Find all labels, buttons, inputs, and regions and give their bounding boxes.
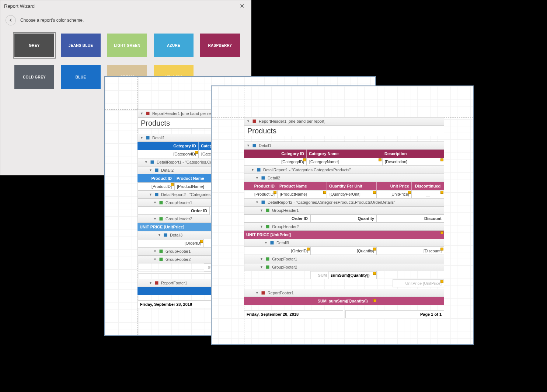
color-swatch-cold-grey[interactable]: COLD GREY: [14, 65, 54, 89]
smart-tag-icon[interactable]: [373, 299, 376, 302]
collapse-icon[interactable]: ▼: [153, 217, 157, 221]
band-detailreport2[interactable]: ▼ DetailReport2 - "Categories.Categories…: [244, 198, 444, 206]
collapse-icon[interactable]: ▼: [255, 291, 259, 295]
color-swatch-grey[interactable]: GREY: [14, 34, 54, 57]
cell-category-id[interactable]: [CategoryID]: [137, 150, 199, 158]
cell-product-id[interactable]: [ProductID]: [244, 190, 277, 198]
collapse-icon[interactable]: ▼: [153, 201, 157, 204]
col-product-disc[interactable]: Discontinued: [412, 182, 444, 190]
smart-tag-icon[interactable]: [408, 191, 411, 194]
collapse-icon[interactable]: ▼: [260, 225, 263, 228]
collapse-icon[interactable]: ▼: [251, 168, 254, 172]
col-product-id[interactable]: Product ID: [137, 174, 174, 182]
band-reportfooter[interactable]: ▼ ReportFooter1: [244, 289, 444, 297]
smart-tag-icon[interactable]: [373, 272, 376, 275]
color-swatch-jeans-blue[interactable]: JEANS BLUE: [61, 34, 101, 57]
col-category-desc[interactable]: Description: [382, 150, 444, 158]
collapse-icon[interactable]: ▼: [140, 112, 143, 115]
band-detail1[interactable]: ▼ Detail1: [244, 141, 444, 150]
col-order-id[interactable]: Order ID: [137, 207, 210, 215]
collapse-icon[interactable]: ▼: [260, 209, 263, 212]
smart-tag-icon[interactable]: [440, 191, 443, 194]
col-category-id[interactable]: Category ID: [244, 150, 307, 158]
band-groupfooter2[interactable]: ▼ GroupFooter2: [244, 263, 444, 271]
footer-sum-bar[interactable]: SUM sumSum([Quantity]): [244, 297, 444, 305]
smart-tag-icon[interactable]: [379, 158, 381, 161]
band-report-header[interactable]: ▼ ReportHeader1 [one band per report]: [244, 117, 444, 125]
cell-order-id[interactable]: [OrderID]: [244, 247, 310, 255]
collapse-icon[interactable]: ▼: [149, 281, 152, 285]
col-order-qty[interactable]: Quantity: [310, 214, 377, 223]
color-swatch-light-green[interactable]: LIGHT GREEN: [107, 34, 147, 57]
collapse-icon[interactable]: ▼: [144, 160, 148, 164]
col-category-name[interactable]: Category Name: [307, 150, 382, 158]
svg-rect-1: [146, 136, 149, 140]
collapse-icon[interactable]: ▼: [260, 257, 263, 261]
collapse-icon[interactable]: ▼: [149, 168, 152, 172]
col-order-discount[interactable]: Discount: [377, 214, 444, 223]
smart-tag-icon[interactable]: [440, 280, 443, 283]
cell-product-disc[interactable]: [412, 190, 444, 198]
detail-icon: [261, 176, 265, 180]
col-product-price[interactable]: Unit Price: [377, 182, 412, 190]
cell-category-name[interactable]: [CategoryName]: [307, 158, 382, 166]
color-swatch-raspberry[interactable]: RASPBERRY: [200, 34, 240, 57]
collapse-icon[interactable]: ▼: [264, 241, 268, 245]
cell-order-id[interactable]: [OrderID]: [137, 239, 204, 247]
footer-date[interactable]: Friday, September 28, 2018: [244, 310, 343, 318]
smart-tag-icon[interactable]: [373, 191, 376, 194]
smart-tag-icon[interactable]: [440, 231, 443, 234]
report-title[interactable]: Products: [244, 125, 444, 136]
close-icon[interactable]: ✕: [236, 3, 247, 10]
collapse-icon[interactable]: ▼: [247, 144, 250, 147]
smart-tag-icon[interactable]: [303, 158, 306, 161]
back-button[interactable]: [6, 15, 16, 25]
band-groupheader1[interactable]: ▼ GroupHeader1: [244, 206, 444, 214]
cell-category-id[interactable]: [CategoryID]: [244, 158, 307, 166]
collapse-icon[interactable]: ▼: [158, 233, 161, 237]
checkbox-icon[interactable]: [426, 192, 430, 196]
smart-tag-icon[interactable]: [373, 248, 376, 251]
cell-order-qty[interactable]: [Quantity]: [310, 247, 377, 255]
band-groupfooter1[interactable]: ▼ GroupFooter1: [244, 255, 444, 263]
band-groupheader2[interactable]: ▼ GroupHeader2: [244, 223, 444, 231]
collapse-icon[interactable]: ▼: [140, 136, 143, 140]
collapse-icon[interactable]: ▼: [149, 193, 152, 196]
collapse-icon[interactable]: ▼: [247, 119, 250, 123]
sum-quantity[interactable]: sumSum([Quantity]): [329, 271, 377, 279]
smart-tag-icon[interactable]: [274, 191, 276, 194]
color-swatch-blue[interactable]: BLUE: [61, 65, 101, 89]
cell-product-qpu[interactable]: [QuantityPerUnit]: [327, 190, 377, 198]
collapse-icon[interactable]: ▼: [260, 265, 263, 269]
collapse-icon[interactable]: ▼: [255, 176, 259, 180]
smart-tag-icon[interactable]: [440, 158, 443, 161]
col-product-id[interactable]: Product ID: [244, 182, 277, 190]
band-detail2[interactable]: ▼ Detail2: [244, 174, 444, 182]
band-detailreport1[interactable]: ▼ DetailReport1 - "Categories.Categories…: [244, 166, 444, 174]
color-swatch-azure[interactable]: AZURE: [154, 34, 194, 57]
unitprice-placeholder[interactable]: UnitPrice [UnitPrice]: [393, 279, 444, 287]
band-detail3[interactable]: ▼ Detail3: [244, 239, 444, 247]
col-order-id[interactable]: Order ID: [244, 214, 310, 223]
col-product-name[interactable]: Product Name: [277, 182, 327, 190]
sum-placeholder[interactable]: SUM: [310, 271, 329, 279]
collapse-icon[interactable]: ▼: [153, 258, 157, 261]
smart-tag-icon[interactable]: [200, 240, 203, 243]
smart-tag-icon[interactable]: [440, 248, 443, 251]
cell-category-desc[interactable]: [Description]: [382, 158, 444, 166]
cell-product-price[interactable]: [UnitPrice]: [377, 190, 412, 198]
smart-tag-icon[interactable]: [195, 151, 198, 154]
cell-order-discount[interactable]: [Discount]: [377, 247, 444, 255]
collapse-icon[interactable]: ▼: [153, 249, 157, 253]
smart-tag-icon[interactable]: [323, 191, 326, 194]
footer-page[interactable]: Page 1 of 1: [345, 310, 445, 318]
smart-tag-icon[interactable]: [307, 248, 310, 251]
col-product-qpu[interactable]: Quantity Per Unit: [327, 182, 377, 190]
unitprice-group-caption[interactable]: UNIT PRICE [UnitPrice]: [244, 231, 444, 239]
collapse-icon[interactable]: ▼: [255, 200, 259, 204]
col-category-id[interactable]: Category ID: [137, 142, 199, 150]
wizard-title: Report Wizard: [4, 3, 35, 9]
cell-product-name[interactable]: [ProductName]: [277, 190, 327, 198]
cell-product-id[interactable]: [ProductID]: [137, 182, 174, 190]
smart-tag-icon[interactable]: [171, 183, 174, 186]
